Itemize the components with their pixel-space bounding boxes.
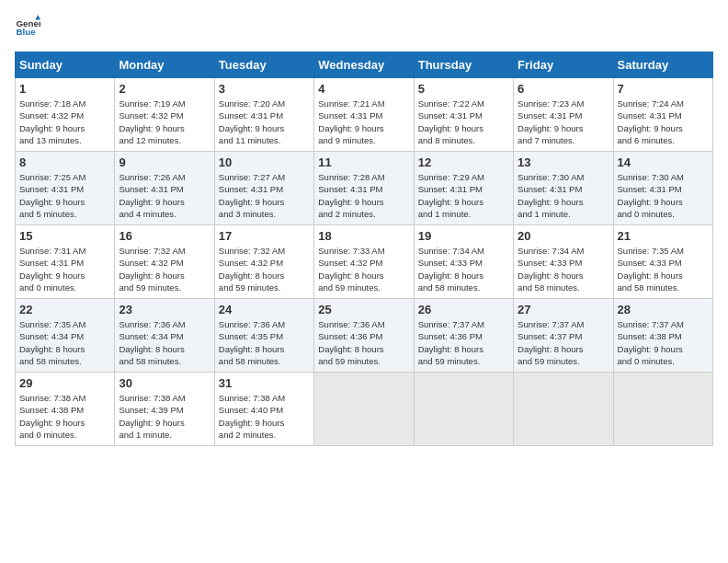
calendar-week-3: 15Sunrise: 7:31 AMSunset: 4:31 PMDayligh… — [16, 225, 713, 299]
day-header-thursday: Thursday — [414, 52, 513, 78]
calendar-week-4: 22Sunrise: 7:35 AMSunset: 4:34 PMDayligh… — [16, 299, 713, 373]
day-number: 28 — [618, 303, 709, 316]
day-number: 3 — [219, 82, 310, 96]
day-info: Sunrise: 7:22 AMSunset: 4:31 PMDaylight:… — [418, 98, 509, 146]
day-info: Sunrise: 7:20 AMSunset: 4:31 PMDaylight:… — [219, 98, 310, 146]
day-info: Sunrise: 7:18 AMSunset: 4:32 PMDaylight:… — [19, 98, 110, 146]
calendar-cell: 5Sunrise: 7:22 AMSunset: 4:31 PMDaylight… — [414, 78, 513, 152]
day-header-tuesday: Tuesday — [214, 52, 313, 78]
day-number: 6 — [518, 82, 609, 96]
calendar-cell: 19Sunrise: 7:34 AMSunset: 4:33 PMDayligh… — [414, 225, 513, 299]
calendar-cell: 13Sunrise: 7:30 AMSunset: 4:31 PMDayligh… — [514, 152, 613, 225]
day-number: 20 — [518, 229, 609, 243]
calendar-cell: 11Sunrise: 7:28 AMSunset: 4:31 PMDayligh… — [314, 152, 414, 225]
calendar-cell — [414, 373, 513, 446]
logo-icon: General Blue — [15, 15, 40, 40]
day-number: 22 — [19, 303, 110, 316]
day-number: 18 — [318, 229, 409, 243]
day-info: Sunrise: 7:30 AMSunset: 4:31 PMDaylight:… — [618, 171, 709, 220]
calendar-cell: 22Sunrise: 7:35 AMSunset: 4:34 PMDayligh… — [16, 299, 115, 373]
day-number: 31 — [219, 376, 310, 390]
calendar-table: SundayMondayTuesdayWednesdayThursdayFrid… — [15, 52, 713, 446]
calendar-cell: 26Sunrise: 7:37 AMSunset: 4:36 PMDayligh… — [414, 299, 513, 373]
calendar-cell: 29Sunrise: 7:38 AMSunset: 4:38 PMDayligh… — [16, 373, 115, 446]
day-number: 27 — [518, 303, 609, 316]
day-info: Sunrise: 7:27 AMSunset: 4:31 PMDaylight:… — [219, 171, 310, 220]
day-number: 11 — [318, 155, 409, 169]
day-info: Sunrise: 7:35 AMSunset: 4:34 PMDaylight:… — [19, 318, 110, 367]
day-number: 8 — [19, 155, 110, 169]
calendar-cell — [514, 373, 613, 446]
day-info: Sunrise: 7:37 AMSunset: 4:36 PMDaylight:… — [418, 318, 509, 367]
calendar-cell: 6Sunrise: 7:23 AMSunset: 4:31 PMDaylight… — [514, 78, 613, 152]
day-info: Sunrise: 7:36 AMSunset: 4:36 PMDaylight:… — [318, 318, 409, 367]
day-number: 7 — [618, 82, 709, 96]
day-info: Sunrise: 7:25 AMSunset: 4:31 PMDaylight:… — [19, 171, 110, 220]
svg-text:Blue: Blue — [16, 27, 36, 37]
day-number: 12 — [418, 155, 509, 169]
day-info: Sunrise: 7:23 AMSunset: 4:31 PMDaylight:… — [518, 98, 609, 146]
day-info: Sunrise: 7:31 AMSunset: 4:31 PMDaylight:… — [19, 245, 110, 293]
calendar-cell: 31Sunrise: 7:38 AMSunset: 4:40 PMDayligh… — [214, 373, 313, 446]
day-info: Sunrise: 7:32 AMSunset: 4:32 PMDaylight:… — [219, 245, 310, 293]
calendar-cell: 20Sunrise: 7:34 AMSunset: 4:33 PMDayligh… — [514, 225, 613, 299]
calendar-cell: 23Sunrise: 7:36 AMSunset: 4:34 PMDayligh… — [115, 299, 214, 373]
day-number: 19 — [418, 229, 509, 243]
logo: General Blue — [15, 15, 44, 40]
day-number: 13 — [518, 155, 609, 169]
day-header-wednesday: Wednesday — [314, 52, 414, 78]
calendar-cell: 1Sunrise: 7:18 AMSunset: 4:32 PMDaylight… — [16, 78, 115, 152]
day-info: Sunrise: 7:37 AMSunset: 4:38 PMDaylight:… — [618, 318, 709, 367]
calendar-cell: 10Sunrise: 7:27 AMSunset: 4:31 PMDayligh… — [214, 152, 313, 225]
calendar-cell: 16Sunrise: 7:32 AMSunset: 4:32 PMDayligh… — [115, 225, 214, 299]
day-info: Sunrise: 7:21 AMSunset: 4:31 PMDaylight:… — [318, 98, 409, 146]
day-number: 14 — [618, 155, 709, 169]
day-number: 23 — [119, 303, 210, 316]
day-info: Sunrise: 7:30 AMSunset: 4:31 PMDaylight:… — [518, 171, 609, 220]
day-number: 29 — [19, 376, 110, 390]
day-info: Sunrise: 7:32 AMSunset: 4:32 PMDaylight:… — [119, 245, 210, 293]
day-header-monday: Monday — [115, 52, 214, 78]
day-number: 17 — [219, 229, 310, 243]
calendar-cell: 30Sunrise: 7:38 AMSunset: 4:39 PMDayligh… — [115, 373, 214, 446]
day-info: Sunrise: 7:38 AMSunset: 4:40 PMDaylight:… — [219, 392, 310, 441]
calendar-cell: 7Sunrise: 7:24 AMSunset: 4:31 PMDaylight… — [613, 78, 712, 152]
calendar-week-5: 29Sunrise: 7:38 AMSunset: 4:38 PMDayligh… — [16, 373, 713, 446]
day-number: 1 — [19, 82, 110, 96]
day-info: Sunrise: 7:34 AMSunset: 4:33 PMDaylight:… — [518, 245, 609, 293]
day-number: 24 — [219, 303, 310, 316]
day-info: Sunrise: 7:35 AMSunset: 4:33 PMDaylight:… — [618, 245, 709, 293]
day-number: 4 — [318, 82, 409, 96]
day-header-sunday: Sunday — [16, 52, 115, 78]
calendar-cell: 28Sunrise: 7:37 AMSunset: 4:38 PMDayligh… — [613, 299, 712, 373]
day-number: 2 — [119, 82, 210, 96]
calendar-cell: 24Sunrise: 7:36 AMSunset: 4:35 PMDayligh… — [214, 299, 313, 373]
calendar-cell: 3Sunrise: 7:20 AMSunset: 4:31 PMDaylight… — [214, 78, 313, 152]
calendar-cell: 4Sunrise: 7:21 AMSunset: 4:31 PMDaylight… — [314, 78, 414, 152]
calendar-cell: 18Sunrise: 7:33 AMSunset: 4:32 PMDayligh… — [314, 225, 414, 299]
calendar-cell: 27Sunrise: 7:37 AMSunset: 4:37 PMDayligh… — [514, 299, 613, 373]
day-info: Sunrise: 7:34 AMSunset: 4:33 PMDaylight:… — [418, 245, 509, 293]
calendar-week-1: 1Sunrise: 7:18 AMSunset: 4:32 PMDaylight… — [16, 78, 713, 152]
day-number: 30 — [119, 376, 210, 390]
calendar-cell: 21Sunrise: 7:35 AMSunset: 4:33 PMDayligh… — [613, 225, 712, 299]
page-header: General Blue — [15, 15, 713, 40]
day-number: 21 — [618, 229, 709, 243]
calendar-header-row: SundayMondayTuesdayWednesdayThursdayFrid… — [16, 52, 713, 78]
day-number: 5 — [418, 82, 509, 96]
calendar-cell — [314, 373, 414, 446]
day-info: Sunrise: 7:36 AMSunset: 4:34 PMDaylight:… — [119, 318, 210, 367]
day-info: Sunrise: 7:19 AMSunset: 4:32 PMDaylight:… — [119, 98, 210, 146]
calendar-body: 1Sunrise: 7:18 AMSunset: 4:32 PMDaylight… — [16, 78, 713, 446]
calendar-cell: 2Sunrise: 7:19 AMSunset: 4:32 PMDaylight… — [115, 78, 214, 152]
day-header-saturday: Saturday — [613, 52, 712, 78]
day-number: 15 — [19, 229, 110, 243]
calendar-cell: 12Sunrise: 7:29 AMSunset: 4:31 PMDayligh… — [414, 152, 513, 225]
calendar-cell: 14Sunrise: 7:30 AMSunset: 4:31 PMDayligh… — [613, 152, 712, 225]
calendar-cell: 25Sunrise: 7:36 AMSunset: 4:36 PMDayligh… — [314, 299, 414, 373]
day-info: Sunrise: 7:33 AMSunset: 4:32 PMDaylight:… — [318, 245, 409, 293]
calendar-cell: 15Sunrise: 7:31 AMSunset: 4:31 PMDayligh… — [16, 225, 115, 299]
day-info: Sunrise: 7:38 AMSunset: 4:39 PMDaylight:… — [119, 392, 210, 441]
day-info: Sunrise: 7:24 AMSunset: 4:31 PMDaylight:… — [618, 98, 709, 146]
day-info: Sunrise: 7:36 AMSunset: 4:35 PMDaylight:… — [219, 318, 310, 367]
